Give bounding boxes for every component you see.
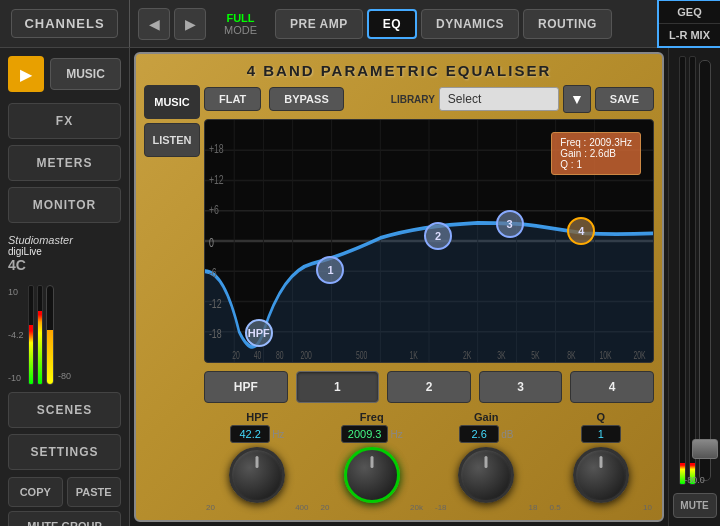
left-sidebar: ▶ MUSIC FX METERS MONITOR Studiomaster d… [0, 48, 130, 526]
hpf-value[interactable]: 42.2 [230, 425, 270, 443]
library-section: LIBRARY Select ▼ SAVE [391, 85, 654, 113]
meter-bar-1 [28, 285, 34, 385]
nav-arrows: ◀ ▶ [130, 8, 214, 40]
right-fader-handle[interactable] [692, 439, 718, 459]
hpf-scale-max: 400 [295, 503, 308, 512]
gain-knob[interactable] [458, 447, 514, 503]
svg-text:2K: 2K [463, 349, 471, 361]
freq-label: Freq [360, 411, 384, 423]
hpf-scale: 20 400 [204, 503, 311, 512]
eq-main: MUSIC LISTEN FLAT BYPASS LIBRARY Select … [144, 85, 654, 512]
band-node-1[interactable]: 1 [316, 256, 344, 284]
band2-button[interactable]: 2 [387, 371, 471, 403]
eq-controls-row: FLAT BYPASS LIBRARY Select ▼ SAVE [204, 85, 654, 113]
eq-button[interactable]: EQ [367, 9, 417, 39]
freq-knob[interactable] [344, 447, 400, 503]
eq-graph[interactable]: +18 +12 +6 0 -6 -12 -18 20 40 80 200 500… [204, 119, 654, 363]
meter-bar-2 [37, 285, 43, 385]
eq-panel: 4 BAND PARAMETRIC EQUALISER MUSIC LISTEN… [134, 52, 664, 522]
meters-button[interactable]: METERS [8, 145, 121, 181]
band-node-4[interactable]: 4 [567, 217, 595, 245]
paste-button[interactable]: PASTE [67, 477, 122, 507]
gain-value[interactable]: 2.6 [459, 425, 499, 443]
q-label: Q [596, 411, 605, 423]
gain-value-row: 2.6 dB [459, 425, 513, 443]
freq-knob-group: Freq 2009.3 Hz 20 20k [319, 411, 426, 512]
eq-listen-button[interactable]: LISTEN [144, 123, 200, 157]
geq-button[interactable]: GEQ [659, 1, 720, 24]
band4-button[interactable]: 4 [570, 371, 654, 403]
band1-button[interactable]: 1 [296, 371, 380, 403]
play-button[interactable]: ▶ [8, 56, 44, 92]
mute-group-button[interactable]: MUTE GROUP [8, 511, 121, 526]
svg-text:3K: 3K [497, 349, 505, 361]
routing-button[interactable]: ROUTING [523, 9, 612, 39]
svg-text:+18: +18 [209, 141, 224, 155]
full-label: FULL [226, 12, 254, 24]
freq-scale: 20 20k [319, 503, 426, 512]
flat-button[interactable]: FLAT [204, 87, 261, 111]
hpf-scale-min: 20 [206, 503, 215, 512]
fader-section: 10 -4.2 -10 -80 [0, 281, 129, 389]
logo-text: Studiomaster [8, 234, 73, 246]
q-value-row: 1 [581, 425, 621, 443]
save-button[interactable]: SAVE [595, 87, 654, 111]
freq-scale-min: 20 [321, 503, 330, 512]
q-value[interactable]: 1 [581, 425, 621, 443]
music-sidebar-button[interactable]: MUSIC [50, 58, 121, 90]
gain-scale-min: -18 [435, 503, 447, 512]
hpf-band-button[interactable]: HPF [204, 371, 288, 403]
eq-content: FLAT BYPASS LIBRARY Select ▼ SAVE [204, 85, 654, 512]
tooltip-freq: Freq : 2009.3Hz [560, 137, 632, 148]
channels-section: CHANNELS [0, 0, 130, 47]
svg-text:-12: -12 [209, 296, 222, 310]
svg-text:20: 20 [232, 349, 240, 361]
library-dropdown-button[interactable]: ▼ [563, 85, 591, 113]
settings-button[interactable]: SETTINGS [8, 434, 121, 470]
gain-knob-group: Gain 2.6 dB -18 18 [433, 411, 540, 512]
gain-scale: -18 18 [433, 503, 540, 512]
q-knob[interactable] [573, 447, 629, 503]
meter-fill-2 [38, 311, 42, 385]
scenes-button[interactable]: SCENES [8, 392, 121, 428]
copy-button[interactable]: COPY [8, 477, 63, 507]
right-fader-track[interactable] [699, 60, 711, 481]
monitor-button[interactable]: MONITOR [8, 187, 121, 223]
eq-title: 4 BAND PARAMETRIC EQUALISER [144, 62, 654, 79]
svg-text:200: 200 [300, 349, 311, 361]
bypass-button[interactable]: BYPASS [269, 87, 343, 111]
svg-text:10K: 10K [599, 349, 611, 361]
svg-text:+12: +12 [209, 172, 224, 186]
preamp-button[interactable]: PRE AMP [275, 9, 363, 39]
band3-button[interactable]: 3 [479, 371, 563, 403]
full-mode-section: FULL MODE [214, 12, 267, 36]
library-select-display[interactable]: Select [439, 87, 559, 111]
freq-value[interactable]: 2009.3 [341, 425, 389, 443]
geq-panel: GEQ L-R MIX [657, 0, 720, 48]
dynamics-button[interactable]: DYNAMICS [421, 9, 519, 39]
next-button[interactable]: ▶ [174, 8, 206, 40]
lrmix-button[interactable]: L-R MIX [659, 24, 720, 46]
play-music-row: ▶ MUSIC [0, 48, 129, 100]
svg-text:8K: 8K [567, 349, 575, 361]
fader-track [46, 285, 54, 385]
bottom-buttons: COPY PASTE MUTE GROUP [0, 473, 129, 526]
meter-label-neg10: -10 [8, 373, 24, 383]
right-mute-button[interactable]: MUTE [673, 493, 717, 518]
fx-button[interactable]: FX [8, 103, 121, 139]
band-node-3[interactable]: 3 [496, 210, 524, 238]
hpf-knob[interactable] [229, 447, 285, 503]
right-meter-bar-2 [689, 56, 696, 485]
logo-model: 4C [8, 257, 26, 273]
right-meter-bar-1 [679, 56, 686, 485]
library-label: LIBRARY [391, 94, 435, 105]
right-db-label: -80.0 [684, 475, 705, 485]
svg-text:-18: -18 [209, 326, 222, 340]
channels-button[interactable]: CHANNELS [11, 9, 117, 38]
hpf-label: HPF [246, 411, 268, 423]
prev-button[interactable]: ◀ [138, 8, 170, 40]
band-node-hpf[interactable]: HPF [245, 319, 273, 347]
band-node-2[interactable]: 2 [424, 222, 452, 250]
eq-music-button[interactable]: MUSIC [144, 85, 200, 119]
q-knob-group: Q 1 0.5 10 [548, 411, 655, 512]
